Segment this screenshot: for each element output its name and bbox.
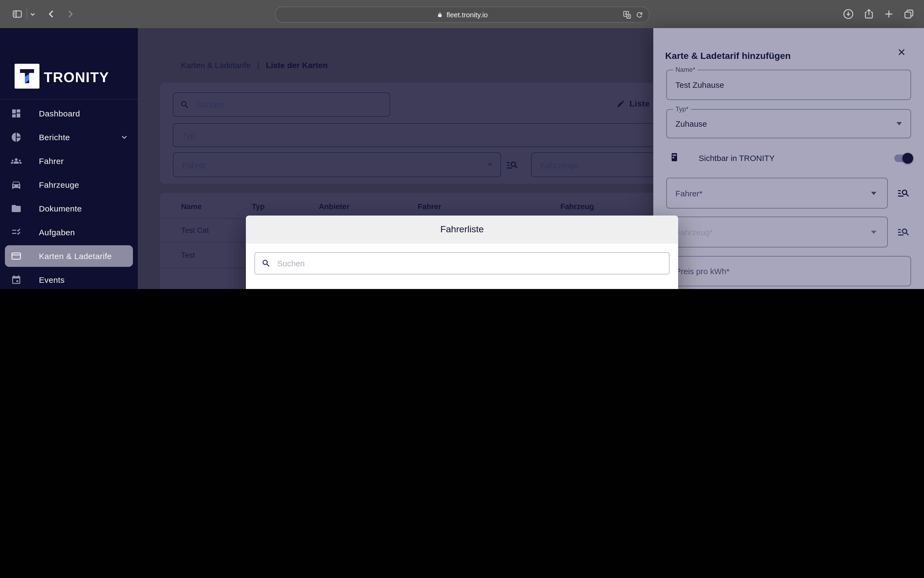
fahrer-select[interactable]: Fahrer* bbox=[666, 178, 888, 208]
url-bar[interactable]: fleet.tronity.io bbox=[275, 6, 650, 23]
column-header: Name bbox=[181, 202, 201, 211]
dropdown-arrow-icon bbox=[896, 122, 902, 125]
search-icon bbox=[261, 259, 271, 268]
sidebar-item-label: Events bbox=[39, 275, 65, 284]
list-search-icon[interactable] bbox=[506, 158, 519, 171]
search-icon bbox=[180, 100, 190, 109]
back-icon[interactable] bbox=[46, 9, 57, 19]
modal-search-box[interactable] bbox=[255, 252, 669, 274]
lock-icon bbox=[437, 11, 443, 18]
sidebar-item-dokumente[interactable]: Dokumente bbox=[0, 196, 138, 221]
name-field-label: Name* bbox=[673, 66, 697, 73]
fahrzeug-list-search-icon[interactable] bbox=[897, 225, 910, 238]
tronity-logo bbox=[15, 64, 39, 89]
visible-toggle[interactable] bbox=[894, 154, 913, 162]
column-header: Fahrer bbox=[418, 202, 441, 211]
credit-card-icon bbox=[11, 251, 22, 261]
divider bbox=[0, 99, 138, 99]
checklist-icon bbox=[11, 227, 22, 238]
brand-name: TRONITY bbox=[44, 69, 109, 86]
column-header: Fahrzeug bbox=[560, 202, 594, 211]
sidebar: TRONITY Dashboard Berichte Fahrer Fahrze… bbox=[0, 28, 138, 289]
edit-list-label: Liste bbox=[630, 99, 650, 108]
screen: fleet.tronity.io bbox=[0, 0, 924, 289]
typ-select-value: Zuhause bbox=[676, 119, 707, 128]
translate-icon[interactable] bbox=[622, 10, 632, 19]
browser-chrome: fleet.tronity.io bbox=[0, 0, 924, 29]
breadcrumb-section[interactable]: Karten & Ladetarife bbox=[181, 60, 251, 70]
tabs-overview-icon[interactable] bbox=[903, 8, 915, 20]
sidebar-item-label: Dokumente bbox=[39, 204, 82, 213]
chevron-down-icon bbox=[120, 133, 128, 141]
dropdown-arrow-icon bbox=[871, 192, 877, 195]
chevron-down-icon[interactable] bbox=[29, 11, 36, 18]
drawer-title: Karte & Ladetarif hinzufügen bbox=[665, 51, 791, 62]
breadcrumb-page: Liste der Karten bbox=[266, 60, 328, 70]
people-icon bbox=[11, 156, 22, 166]
column-header: Anbieter bbox=[319, 202, 350, 211]
sidebar-item-label: Aufgaben bbox=[39, 228, 75, 237]
dropdown-arrow-icon bbox=[871, 231, 877, 234]
reload-icon[interactable] bbox=[635, 11, 643, 19]
close-icon[interactable] bbox=[897, 47, 906, 57]
url-text: fleet.tronity.io bbox=[447, 11, 488, 19]
preis-field-label: Preis pro kWh* bbox=[676, 266, 729, 276]
card-icon bbox=[669, 152, 680, 162]
typ-select-label: Typ* bbox=[673, 106, 690, 113]
breadcrumb: Karten & Ladetarife | Liste der Karten bbox=[181, 60, 328, 70]
new-tab-icon[interactable] bbox=[883, 8, 895, 20]
column-header: Typ bbox=[252, 202, 265, 211]
share-icon[interactable] bbox=[863, 8, 875, 20]
fahrzeug-select-label: Fahrzeug* bbox=[676, 227, 713, 237]
add-card-drawer: Karte & Ladetarif hinzufügen Name* Test … bbox=[653, 28, 924, 289]
fahrer-list-search-icon[interactable] bbox=[897, 187, 910, 199]
cell-name: Test bbox=[181, 251, 195, 259]
search-box[interactable] bbox=[173, 93, 390, 117]
sidebar-item-label: Fahrzeuge bbox=[39, 180, 79, 189]
filter-card: Liste Fahrer bbox=[160, 83, 700, 183]
sidebar-item-label: Fahrer bbox=[39, 156, 64, 166]
breadcrumb-separator: | bbox=[258, 60, 260, 70]
sidebar-toggle-icon[interactable] bbox=[12, 9, 23, 19]
name-field-value: Test Zuhause bbox=[676, 80, 724, 89]
toggle-knob bbox=[902, 153, 913, 164]
fahrerliste-modal: Fahrerliste Vorname Nachname Interne ID … bbox=[246, 216, 678, 289]
folder-icon bbox=[11, 203, 22, 214]
search-input[interactable] bbox=[195, 99, 390, 110]
sidebar-item-karten-ladetarife[interactable]: Karten & Ladetarife bbox=[0, 244, 138, 268]
sidebar-item-label: Dashboard bbox=[39, 109, 80, 118]
fahrzeug-select[interactable]: Fahrzeug* bbox=[666, 217, 888, 247]
chrome-divider bbox=[26, 8, 27, 20]
calendar-icon bbox=[11, 274, 22, 285]
visible-toggle-label: Sichtbar in TRONITY bbox=[699, 153, 775, 162]
dropdown-arrow-icon bbox=[487, 163, 493, 166]
sidebar-item-aufgaben[interactable]: Aufgaben bbox=[0, 221, 138, 244]
sidebar-item-label: Berichte bbox=[39, 133, 70, 142]
typ-select[interactable]: Typ* Zuhause bbox=[666, 109, 911, 138]
preis-field[interactable]: Preis pro kWh* bbox=[666, 256, 911, 286]
forward-icon[interactable] bbox=[65, 9, 76, 19]
typ-filter-input[interactable] bbox=[174, 130, 688, 140]
sidebar-item-berichte[interactable]: Berichte bbox=[0, 125, 138, 149]
sidebar-item-fahrzeuge[interactable]: Fahrzeuge bbox=[0, 173, 138, 196]
pencil-icon bbox=[617, 99, 625, 108]
typ-filter[interactable] bbox=[173, 123, 689, 147]
car-icon bbox=[11, 179, 22, 190]
name-field[interactable]: Name* Test Zuhause bbox=[666, 70, 911, 100]
edit-list-button[interactable]: Liste bbox=[617, 99, 650, 108]
pie-chart-icon bbox=[11, 132, 22, 143]
sidebar-item-dashboard[interactable]: Dashboard bbox=[0, 102, 138, 125]
fahrer-filter-label: Fahrer bbox=[182, 160, 487, 169]
fahrer-select-label: Fahrer* bbox=[676, 188, 702, 198]
modal-title: Fahrerliste bbox=[440, 224, 484, 235]
fahrer-filter-select[interactable]: Fahrer bbox=[173, 152, 501, 177]
sidebar-item-fahrer[interactable]: Fahrer bbox=[0, 149, 138, 173]
modal-search-input[interactable] bbox=[276, 258, 669, 268]
cell-name: Test Cat bbox=[181, 226, 209, 234]
sidebar-item-events[interactable]: Events bbox=[0, 268, 138, 289]
sidebar-item-label: Karten & Ladetarife bbox=[39, 252, 112, 261]
modal-header: Fahrerliste bbox=[246, 216, 678, 244]
dashboard-icon bbox=[11, 108, 22, 119]
download-icon[interactable] bbox=[843, 8, 854, 20]
